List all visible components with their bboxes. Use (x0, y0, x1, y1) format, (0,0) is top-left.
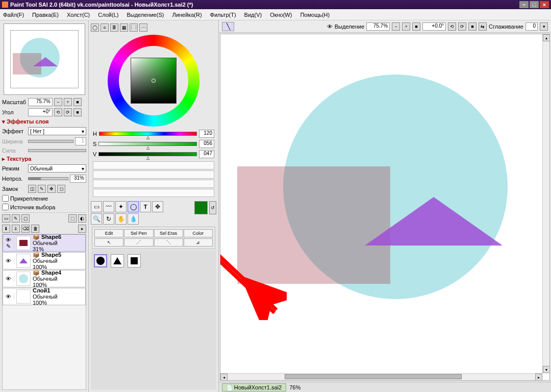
canvas-zoom-value[interactable]: 75.7% (366, 22, 390, 31)
s-slider[interactable]: △ (98, 142, 197, 146)
new-folder-button[interactable]: ▢ (21, 214, 30, 223)
layer-shape4[interactable]: 👁 📦 Shape4Обычный100% (3, 270, 86, 287)
transfer-down-button[interactable]: ⇓ (12, 225, 20, 233)
lock-paint-button[interactable]: ✎ (38, 185, 46, 193)
canvas-zoom-fit[interactable]: ■ (412, 22, 420, 31)
h-slider[interactable]: △ (99, 132, 197, 136)
menu-file[interactable]: Файл(F) (3, 12, 24, 18)
menu-ruler[interactable]: Линейка(R) (172, 12, 202, 18)
menu-canvas[interactable]: Холст(C) (67, 12, 90, 18)
brush-tab-selpen[interactable]: Sel Pen (124, 229, 153, 237)
h-value[interactable]: 120 (199, 130, 214, 138)
canvas-zoom-in[interactable]: + (402, 22, 410, 31)
rotate-ccw-button[interactable]: ⟲ (54, 108, 62, 116)
brush-tab-edit[interactable]: Edit (94, 229, 123, 237)
shape-ellipse-button[interactable] (94, 254, 107, 267)
layer-options-button[interactable]: ▸ (78, 225, 86, 233)
canvas-viewport[interactable]: ▴ ▾ ◂ ▸ (220, 34, 550, 381)
zoom-out-button[interactable]: − (54, 98, 62, 106)
layer-effects-header[interactable]: ▾ Эффекты слоя (2, 118, 86, 125)
v-slider[interactable]: △ (98, 152, 197, 156)
close-button[interactable]: × (540, 1, 549, 8)
rect-select-tool[interactable]: ▭ (91, 201, 102, 212)
scroll-left-button[interactable]: ◂ (220, 374, 228, 381)
swatch-slot[interactable] (93, 180, 214, 188)
brush-tab-seleras[interactable]: Sel Eras (154, 229, 183, 237)
eye-icon[interactable]: 👁 (6, 258, 11, 264)
rotate-cw-button[interactable]: ⟳ (64, 108, 72, 116)
navigator-preview[interactable] (4, 23, 85, 95)
foreground-color-swatch[interactable] (194, 201, 208, 214)
menu-filter[interactable]: Фильтр(T) (210, 12, 236, 18)
minimize-button[interactable]: − (519, 1, 529, 8)
text-tool[interactable]: T (140, 201, 151, 212)
shape-rectangle-button[interactable] (128, 254, 141, 267)
v-value[interactable]: 047 (199, 150, 214, 158)
opacity-value[interactable]: 31% (70, 175, 86, 183)
smoothing-dropdown[interactable]: ▾ (540, 22, 548, 31)
brush-preset-cursor[interactable]: ↖ (94, 238, 123, 247)
hand-tool[interactable]: ✋ (115, 213, 127, 225)
magic-wand-tool[interactable]: ✦ (115, 201, 127, 212)
merge-down-button[interactable]: ⬇ (2, 225, 10, 233)
swatch-slot[interactable] (93, 189, 214, 197)
swatch-slot[interactable] (93, 170, 214, 179)
new-layer-button[interactable]: ▭ (2, 214, 10, 223)
zoom-in-button[interactable]: + (64, 98, 72, 106)
menu-layer[interactable]: Слой(L) (98, 12, 118, 18)
scroll-down-button[interactable]: ▾ (543, 366, 550, 373)
menu-edit[interactable]: Правка(E) (32, 12, 59, 18)
opacity-slider[interactable] (28, 177, 68, 180)
color-wheel[interactable] (108, 35, 199, 127)
canvas-rotate-ccw[interactable]: ⟲ (448, 22, 456, 31)
maximize-button[interactable]: □ (530, 1, 539, 8)
move-tool[interactable]: ✥ (152, 201, 163, 212)
new-vector-layer-button[interactable]: ✎ (12, 214, 20, 223)
brush-preset-3[interactable]: ⋱ (154, 238, 183, 247)
blend-mode-dropdown[interactable]: Обычный (28, 164, 86, 173)
clear-layer-button[interactable]: ⌫ (21, 225, 30, 233)
eye-icon[interactable]: 👁 (6, 237, 11, 243)
scratchpad-icon[interactable]: ⋯ (139, 23, 147, 32)
effect-dropdown[interactable]: [ Нет ] (28, 127, 86, 135)
clipping-button[interactable]: ◐ (78, 214, 86, 223)
color-mixer-icon[interactable]: ▦ (120, 23, 128, 32)
layer-base[interactable]: 👁 Слой1Обычный100% (3, 288, 86, 305)
brush-preset-4[interactable]: ⊿ (184, 238, 213, 247)
canvas-rotate-reset[interactable]: ■ (468, 22, 477, 31)
swatches-icon[interactable]: ⋮⋮ (130, 23, 138, 32)
rgb-sliders-icon[interactable]: ≡ (101, 23, 109, 32)
menu-help[interactable]: Помощь(H) (300, 12, 330, 18)
eye-icon[interactable]: 👁 (6, 276, 11, 282)
zoom-fit-button[interactable]: ■ (73, 98, 82, 106)
texture-header[interactable]: ▸ Текстура (2, 156, 86, 162)
brush-tab-color[interactable]: Color (184, 229, 213, 237)
canvas-zoom-out[interactable]: − (392, 22, 400, 31)
scroll-up-button[interactable]: ▴ (543, 34, 550, 41)
swap-colors-button[interactable]: ↺ (209, 201, 216, 214)
menu-window[interactable]: Окно(W) (270, 12, 292, 18)
scroll-thumb[interactable] (285, 374, 462, 379)
color-wheel-mode-icon[interactable]: ◯ (91, 23, 99, 32)
lock-alpha-button[interactable]: ◫ (28, 185, 36, 193)
vertical-scrollbar[interactable]: ▴ ▾ (542, 34, 549, 373)
lock-move-button[interactable]: ✥ (47, 185, 56, 193)
lasso-tool[interactable]: 〰 (103, 201, 114, 212)
swatch-slot[interactable] (93, 161, 214, 169)
rotate-tool[interactable]: ↻ (103, 213, 114, 225)
delete-layer-button[interactable]: 🗑 (31, 225, 39, 233)
scale-value[interactable]: 75.7% (28, 98, 53, 106)
mask-button[interactable]: ⬚ (68, 214, 77, 223)
layer-shape5[interactable]: 👁 📦 Shape5Обычный100% (3, 252, 86, 270)
scroll-right-button[interactable]: ▸ (535, 374, 542, 381)
horizontal-scrollbar[interactable]: ◂ ▸ (220, 373, 542, 380)
document-tab[interactable]: 📄 НовыйХолст1.sai2 (222, 383, 286, 391)
smoothing-value[interactable]: 0 (525, 22, 538, 31)
line-tool-icon[interactable]: ╲ (222, 22, 234, 31)
zoom-tool[interactable]: 🔍 (91, 213, 102, 225)
s-value[interactable]: 056 (199, 140, 214, 148)
canvas-mirror[interactable]: ⇆ (479, 22, 487, 31)
source-checkbox[interactable] (2, 204, 9, 210)
brush-preset-2[interactable]: ⋰ (124, 238, 153, 247)
attach-checkbox[interactable] (2, 195, 9, 202)
